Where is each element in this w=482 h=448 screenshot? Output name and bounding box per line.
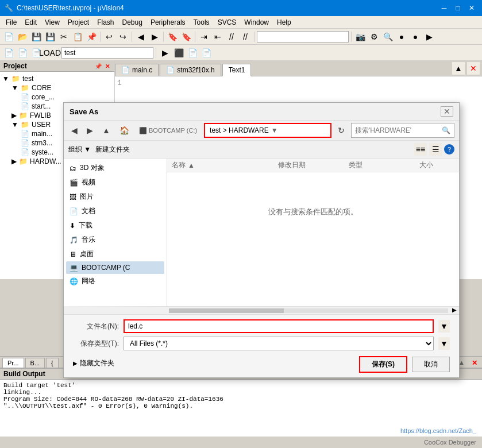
folder-icon-core: 📁 bbox=[21, 84, 29, 92]
paste-btn[interactable]: 📌 bbox=[85, 30, 98, 43]
extra-btn4[interactable]: ● bbox=[395, 30, 408, 43]
bookmark-prev-btn[interactable]: 🔖 bbox=[180, 30, 192, 43]
menu-window[interactable]: Window bbox=[241, 17, 272, 28]
menu-project[interactable]: Project bbox=[64, 17, 92, 28]
back-btn[interactable]: ◀ bbox=[134, 30, 147, 43]
hide-folders-toggle[interactable]: ▶ 隐藏文件夹 bbox=[73, 358, 114, 368]
extra-btn6[interactable]: ▶ bbox=[423, 30, 435, 43]
filename-dropdown-btn[interactable]: ▼ bbox=[438, 320, 450, 333]
cancel-button[interactable]: 取消 bbox=[412, 357, 450, 372]
back-nav-btn[interactable]: ◀ bbox=[68, 124, 80, 137]
run-btn[interactable]: ▶ bbox=[159, 47, 171, 59]
menu-peripherals[interactable]: Peripherals bbox=[147, 17, 189, 28]
minimize-button[interactable]: ─ bbox=[438, 3, 450, 13]
breadcrumb-bar[interactable]: test > HARDWARE ▼ bbox=[204, 123, 331, 138]
target-combo[interactable] bbox=[61, 47, 153, 59]
filetype-select[interactable]: All Files (*.*) bbox=[124, 337, 434, 350]
sidebar-desktop[interactable]: 🖥 桌面 bbox=[66, 247, 164, 261]
save-btn[interactable]: 💾 bbox=[30, 30, 43, 43]
new-folder-btn[interactable]: 新建文件夹 bbox=[95, 145, 130, 155]
redo-btn[interactable]: ↪ bbox=[117, 30, 129, 43]
home-nav-btn[interactable]: 🏠 bbox=[117, 124, 132, 137]
sidebar-music[interactable]: 🎵 音乐 bbox=[66, 233, 164, 247]
maximize-button[interactable]: □ bbox=[452, 3, 464, 13]
search-icon[interactable]: 🔍 bbox=[442, 126, 450, 134]
build-btn2[interactable]: 📄 bbox=[16, 47, 29, 59]
outdent-btn[interactable]: ⇤ bbox=[211, 30, 224, 43]
sidebar-network[interactable]: 🌐 网络 bbox=[66, 274, 164, 288]
sidebar-downloads[interactable]: ⬇ 下载 bbox=[66, 218, 164, 233]
col-size[interactable]: 大小 bbox=[419, 160, 455, 170]
col-name[interactable]: 名称 ▲ bbox=[172, 160, 278, 170]
project-pin-btn[interactable]: 📌 bbox=[94, 63, 103, 69]
fwd-btn[interactable]: ▶ bbox=[148, 30, 161, 43]
scroll-right-btn[interactable]: ▶ bbox=[450, 307, 459, 314]
build-btn1[interactable]: 📄 bbox=[2, 47, 15, 59]
sidebar-3d[interactable]: 🗂 3D 对象 bbox=[66, 161, 164, 175]
up-nav-btn[interactable]: ▲ bbox=[99, 124, 113, 137]
horizontal-scrollbar[interactable]: ▶ bbox=[64, 306, 459, 314]
view-mode-btn[interactable]: ≡≡ bbox=[414, 143, 427, 156]
tree-core-file1[interactable]: 📄 core_... bbox=[2, 92, 112, 102]
undo-btn[interactable]: ↩ bbox=[103, 30, 115, 43]
tree-core[interactable]: ▼ 📁 CORE bbox=[2, 83, 112, 92]
sidebar-pictures[interactable]: 🖼 图片 bbox=[66, 190, 164, 204]
bottom-tab-pr[interactable]: Pr... bbox=[2, 358, 24, 368]
uncomment-btn[interactable]: // bbox=[239, 30, 252, 43]
stop-btn[interactable]: ⬛ bbox=[172, 47, 185, 59]
tab-text1[interactable]: Text1 bbox=[222, 64, 252, 76]
tab-mainc[interactable]: 📄 main.c bbox=[115, 64, 159, 76]
save-button[interactable]: 保存(S) bbox=[359, 356, 407, 373]
filetype-dropdown-btn[interactable]: ▼ bbox=[438, 337, 450, 350]
scrollbar-thumb[interactable] bbox=[169, 308, 284, 313]
project-close-btn[interactable]: ✕ bbox=[104, 63, 111, 69]
open-btn[interactable]: 📂 bbox=[16, 30, 29, 43]
filename-input[interactable] bbox=[124, 319, 434, 333]
cut-btn[interactable]: ✂ bbox=[57, 30, 70, 43]
bookmark-btn[interactable]: 🔖 bbox=[166, 30, 179, 43]
extra-t2[interactable]: 📄 bbox=[200, 47, 213, 59]
tree-root[interactable]: ▼ 📁 test bbox=[2, 74, 112, 83]
view-list-btn[interactable]: ☰ bbox=[429, 143, 442, 156]
menu-help[interactable]: Help bbox=[273, 17, 295, 28]
menu-svcs[interactable]: SVCS bbox=[214, 17, 240, 28]
search-input[interactable] bbox=[355, 126, 439, 134]
menu-file[interactable]: File bbox=[2, 17, 20, 28]
extra-btn5[interactable]: ● bbox=[409, 30, 422, 43]
menu-tools[interactable]: Tools bbox=[190, 17, 213, 28]
copy-btn[interactable]: 📋 bbox=[71, 30, 84, 43]
build-close-btn[interactable]: ✕ bbox=[469, 358, 480, 368]
editor-float-btn[interactable]: ▲ bbox=[452, 62, 465, 75]
save-all-btn[interactable]: 💾 bbox=[44, 30, 56, 43]
dialog-close-btn[interactable]: ✕ bbox=[441, 106, 453, 117]
sidebar-bootcamp[interactable]: 💻 BOOTCAMP (C bbox=[66, 261, 164, 274]
help-btn[interactable]: ? bbox=[444, 144, 454, 155]
extra-t1[interactable]: 📄 bbox=[186, 47, 199, 59]
extra-btn3[interactable]: 🔍 bbox=[381, 30, 394, 43]
bottom-tab-brace[interactable]: { bbox=[46, 358, 59, 368]
organize-btn[interactable]: 组织 ▼ bbox=[68, 145, 91, 155]
menu-debug[interactable]: Debug bbox=[119, 17, 146, 28]
new-file-btn[interactable]: 📄 bbox=[2, 30, 15, 43]
col-date[interactable]: 修改日期 bbox=[278, 160, 349, 170]
build-btn4[interactable]: LOAD bbox=[44, 47, 56, 59]
extra-btn1[interactable]: 📷 bbox=[354, 30, 367, 43]
comment-btn[interactable]: // bbox=[225, 30, 238, 43]
bottom-tab-b[interactable]: B... bbox=[25, 358, 45, 368]
menu-edit[interactable]: Edit bbox=[21, 17, 40, 28]
search-bar[interactable]: 🔍 bbox=[351, 123, 454, 138]
fwd-nav-btn[interactable]: ▶ bbox=[84, 124, 96, 137]
menu-flash[interactable]: Flash bbox=[94, 17, 117, 28]
sidebar-video[interactable]: 🎬 视频 bbox=[66, 175, 164, 190]
sysclk-combo[interactable]: SysTickConfig bbox=[257, 31, 349, 43]
extra-btn2[interactable]: ⚙ bbox=[368, 30, 380, 43]
close-button[interactable]: ✕ bbox=[466, 3, 477, 13]
editor-close-btn[interactable]: ✕ bbox=[467, 62, 480, 75]
indent-btn[interactable]: ⇥ bbox=[198, 30, 210, 43]
col-type[interactable]: 类型 bbox=[349, 160, 419, 170]
breadcrumb-dropdown-icon[interactable]: ▼ bbox=[271, 126, 278, 134]
sidebar-docs[interactable]: 📄 文档 bbox=[66, 204, 164, 218]
menu-view[interactable]: View bbox=[41, 17, 63, 28]
tab-stm[interactable]: 📄 stm32f10x.h bbox=[160, 64, 221, 76]
refresh-btn[interactable]: ↻ bbox=[335, 124, 348, 137]
